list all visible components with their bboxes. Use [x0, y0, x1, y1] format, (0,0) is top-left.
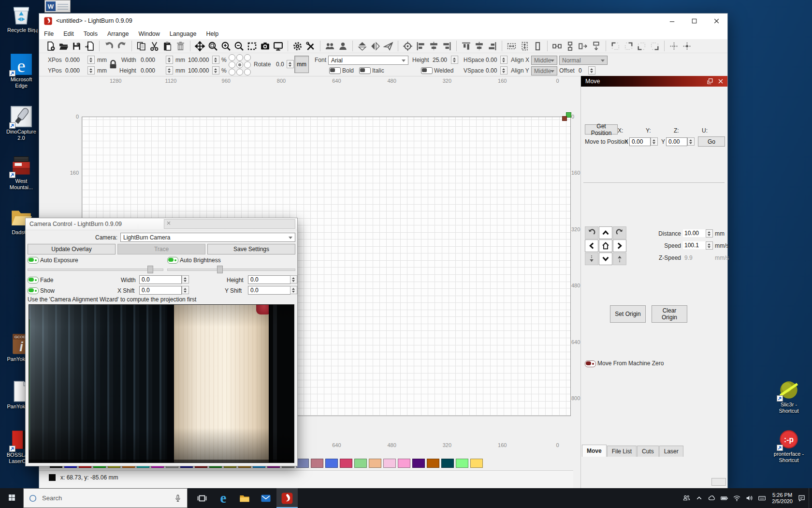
- brightness-slider[interactable]: [167, 269, 295, 271]
- anchor-point-selector[interactable]: [229, 54, 251, 75]
- palette-swatch[interactable]: [354, 459, 367, 468]
- set-origin-button[interactable]: Set Origin: [610, 305, 646, 323]
- overlay-height-spinner[interactable]: [290, 275, 297, 284]
- menu-item[interactable]: Tools: [79, 30, 102, 37]
- width-spinner[interactable]: [166, 56, 173, 64]
- rotate-value[interactable]: 0.0: [276, 61, 284, 68]
- overlay-width-spinner[interactable]: [182, 275, 189, 284]
- desktop-icon-slic3r[interactable]: Slic3r - Shortcut: [769, 377, 809, 414]
- palette-swatch[interactable]: [441, 459, 454, 468]
- edge-button[interactable]: e: [213, 488, 234, 508]
- palette-swatch[interactable]: [340, 459, 352, 468]
- move-panel-titlebar[interactable]: Move: [581, 76, 727, 87]
- palette-swatch[interactable]: [412, 459, 425, 468]
- brightness-slider-handle[interactable]: [217, 266, 223, 273]
- jog-z-down[interactable]: [585, 253, 598, 265]
- xpos-spinner[interactable]: [87, 56, 95, 64]
- palette-swatch[interactable]: [369, 459, 381, 468]
- xpos-value[interactable]: 0.000: [65, 57, 80, 63]
- show-toggle[interactable]: [28, 287, 39, 294]
- ypos-value[interactable]: 0.000: [65, 67, 80, 74]
- user-icon[interactable]: [338, 41, 348, 51]
- file-explorer-button[interactable]: [234, 488, 255, 508]
- undock-icon[interactable]: [706, 77, 715, 85]
- move-from-machine-zero-toggle[interactable]: [585, 360, 596, 367]
- mirror-vertical-icon[interactable]: [357, 41, 367, 51]
- palette-swatch[interactable]: [383, 459, 396, 468]
- paste-icon[interactable]: [162, 41, 173, 51]
- height-percent-value[interactable]: 100.000: [188, 67, 209, 74]
- vspace-value[interactable]: 0.00: [486, 67, 497, 74]
- frame-corner-tl-icon[interactable]: [610, 41, 621, 51]
- camera-capture-icon[interactable]: [260, 41, 270, 51]
- x-shift-spinner[interactable]: [182, 286, 189, 294]
- get-position-button[interactable]: Get Position: [585, 124, 618, 134]
- panel-scroll-widget[interactable]: [711, 478, 726, 486]
- menu-item[interactable]: Arrange: [102, 30, 133, 37]
- menu-item[interactable]: File: [39, 30, 58, 37]
- align-top-icon[interactable]: [461, 41, 471, 51]
- align-center-h-icon[interactable]: [429, 41, 439, 51]
- align-left-icon[interactable]: [416, 41, 426, 51]
- background-window-peek[interactable]: W: [44, 0, 71, 13]
- screen-preview-icon[interactable]: [273, 41, 283, 51]
- speed-value[interactable]: 100.1: [683, 241, 707, 249]
- palette-swatch[interactable]: [398, 459, 410, 468]
- minimize-button[interactable]: [661, 14, 683, 28]
- shape-rect-icon[interactable]: [533, 41, 543, 51]
- dialog-close-icon[interactable]: [164, 219, 295, 229]
- device-settings-icon[interactable]: [305, 41, 316, 51]
- open-file-icon[interactable]: [58, 41, 69, 51]
- desktop-icon-recycle-bin[interactable]: Recycle Bin: [1, 3, 41, 33]
- exposure-slider-handle[interactable]: [147, 266, 153, 273]
- frame-corner-tr-icon[interactable]: [624, 41, 634, 51]
- align-y-select[interactable]: Middle: [531, 66, 557, 75]
- center-vertical-icon[interactable]: [565, 41, 575, 51]
- tab-file-list[interactable]: File List: [607, 446, 637, 457]
- volume-icon[interactable]: [745, 494, 754, 502]
- align-center-v-icon[interactable]: [474, 41, 484, 51]
- undo-icon[interactable]: [104, 41, 114, 51]
- frame-corner-br-icon[interactable]: [650, 41, 660, 51]
- delete-icon[interactable]: [175, 41, 186, 51]
- distance-value[interactable]: 10.00: [683, 229, 707, 237]
- save-icon[interactable]: [72, 41, 82, 51]
- text-style-select[interactable]: Normal: [559, 56, 608, 65]
- task-view-button[interactable]: [191, 488, 213, 508]
- desktop-icon-pronterface[interactable]: :-p pronterface - Shortcut: [769, 427, 809, 463]
- unit-toggle-button[interactable]: mm: [294, 56, 309, 73]
- cloud-icon[interactable]: [708, 494, 716, 502]
- height-spinner[interactable]: [166, 66, 173, 75]
- font-height-value[interactable]: 25.00: [433, 57, 447, 63]
- import-icon[interactable]: [85, 41, 95, 51]
- vspace-spinner[interactable]: [500, 66, 508, 75]
- new-file-icon[interactable]: [45, 41, 56, 51]
- move-x-spinner[interactable]: [651, 137, 658, 146]
- jog-rotate-cw[interactable]: [613, 226, 626, 239]
- y-shift-spinner[interactable]: [290, 286, 297, 294]
- align-right-icon[interactable]: [442, 41, 452, 51]
- italic-toggle[interactable]: [359, 67, 371, 74]
- tab-laser[interactable]: Laser: [659, 446, 683, 457]
- center-horizontal-icon[interactable]: [552, 41, 562, 51]
- taskbar-search[interactable]: Search: [23, 488, 188, 508]
- cross-dash-icon[interactable]: [669, 41, 679, 51]
- jog-z-up[interactable]: [613, 253, 626, 265]
- height-value[interactable]: 0.000: [141, 67, 155, 74]
- network-icon[interactable]: [733, 494, 741, 502]
- offset-value[interactable]: 0: [579, 67, 582, 74]
- people-icon[interactable]: [682, 494, 691, 502]
- mail-button[interactable]: [255, 488, 276, 508]
- y-shift-input[interactable]: 0.0: [248, 286, 290, 295]
- tab-move[interactable]: Move: [582, 445, 607, 457]
- pan-icon[interactable]: [195, 41, 205, 51]
- auto-brightness-toggle[interactable]: [167, 257, 178, 264]
- overlay-width-input[interactable]: 0.0: [139, 275, 182, 284]
- frame-corner-bl-icon[interactable]: [637, 41, 647, 51]
- jog-right[interactable]: [613, 239, 626, 252]
- rotate-spinner[interactable]: [287, 60, 294, 68]
- width-percent-value[interactable]: 100.000: [188, 57, 209, 63]
- copy-icon[interactable]: [136, 41, 146, 51]
- push-vertical-icon[interactable]: [591, 41, 601, 51]
- cross-target-icon[interactable]: [682, 41, 692, 51]
